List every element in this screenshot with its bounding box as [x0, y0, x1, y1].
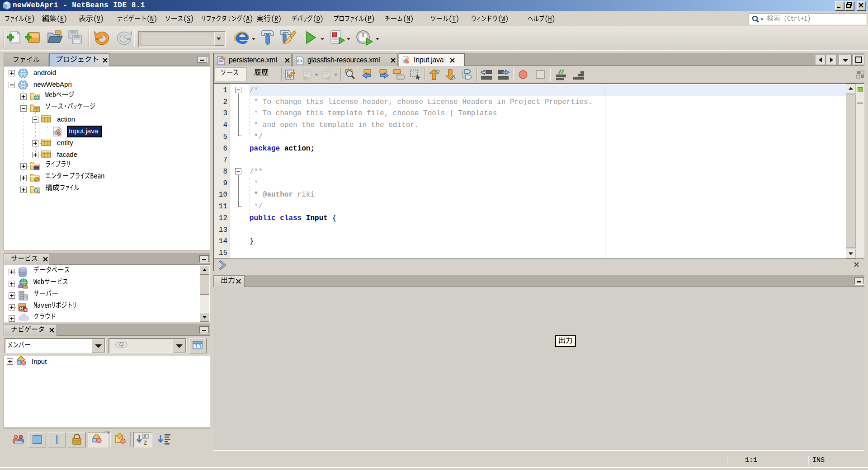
- svg-text:A: A: [143, 434, 146, 439]
- svg-text:Z: Z: [144, 440, 147, 446]
